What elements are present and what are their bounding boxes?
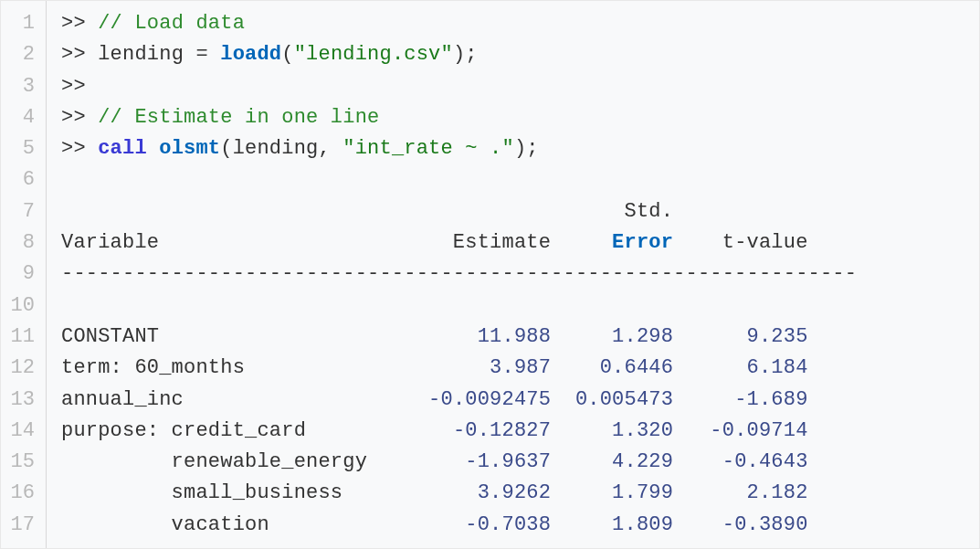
prompt: >> — [61, 43, 86, 66]
output-row: CONSTANT 11.988 1.298 9.235 — [61, 322, 964, 353]
line-number: 17 — [8, 510, 35, 541]
line-number: 8 — [8, 227, 35, 259]
paren: ( — [220, 137, 232, 160]
string-literal: "lending.csv" — [294, 43, 453, 66]
prompt: >> — [61, 12, 86, 35]
paren: ( — [281, 43, 293, 66]
code-line-1: >> // Load data — [61, 8, 964, 39]
keyword-call: call — [98, 137, 147, 160]
prompt: >> — [61, 106, 86, 129]
output-row: purpose: credit_card -0.12827 1.320 -0.0… — [61, 416, 964, 447]
line-number: 3 — [8, 71, 35, 102]
comma: , — [318, 137, 342, 160]
line-number: 2 — [8, 39, 35, 70]
code-line-3: >> — [61, 71, 964, 102]
function-call: olsmt — [159, 137, 220, 160]
string-literal: "int_rate ~ ." — [342, 137, 514, 160]
line-number: 7 — [8, 196, 35, 227]
variable: lending — [98, 43, 184, 66]
line-number: 13 — [8, 385, 35, 416]
code-line-6 — [61, 164, 964, 195]
code-block: 1 2 3 4 5 6 7 8 9 10 11 12 13 14 15 16 1… — [0, 0, 980, 549]
output-header-top: Std. — [61, 196, 964, 227]
line-number: 5 — [8, 133, 35, 164]
line-number-gutter: 1 2 3 4 5 6 7 8 9 10 11 12 13 14 15 16 1… — [1, 1, 47, 548]
code-line-2: >> lending = loadd("lending.csv"); — [61, 39, 964, 70]
line-number: 1 — [8, 8, 35, 39]
output-header-main: Variable Estimate Error t-value — [61, 227, 964, 259]
output-row: renewable_energy -1.9637 4.229 -0.4643 — [61, 447, 964, 478]
code-line-10 — [61, 290, 964, 322]
paren: ); — [514, 137, 539, 160]
arg: lending — [233, 137, 319, 160]
output-row: term: 60_months 3.987 0.6446 6.184 — [61, 353, 964, 384]
output-divider: ----------------------------------------… — [61, 259, 964, 290]
code-line-4: >> // Estimate in one line — [61, 102, 964, 133]
header-error-accent: Error — [612, 231, 673, 254]
function-call: loadd — [220, 43, 281, 66]
line-number: 12 — [8, 353, 35, 384]
line-number: 14 — [8, 416, 35, 447]
line-number: 9 — [8, 259, 35, 290]
line-number: 15 — [8, 447, 35, 478]
code-area: >> // Load data >> lending = loadd("lend… — [47, 1, 979, 548]
comment: // Estimate in one line — [98, 106, 379, 129]
output-row: annual_inc -0.0092475 0.005473 -1.689 — [61, 385, 964, 416]
line-number: 4 — [8, 102, 35, 133]
paren: ); — [453, 43, 478, 66]
prompt: >> — [61, 75, 86, 98]
output-row: small_business 3.9262 1.799 2.182 — [61, 478, 964, 509]
output-row: vacation -0.7038 1.809 -0.3890 — [61, 510, 964, 541]
assign-op: = — [195, 43, 207, 66]
line-number: 10 — [8, 290, 35, 322]
line-number: 11 — [8, 322, 35, 353]
prompt: >> — [61, 137, 86, 160]
line-number: 6 — [8, 164, 35, 195]
comment: // Load data — [98, 12, 245, 35]
line-number: 16 — [8, 478, 35, 509]
code-line-5: >> call olsmt(lending, "int_rate ~ ."); — [61, 133, 964, 164]
